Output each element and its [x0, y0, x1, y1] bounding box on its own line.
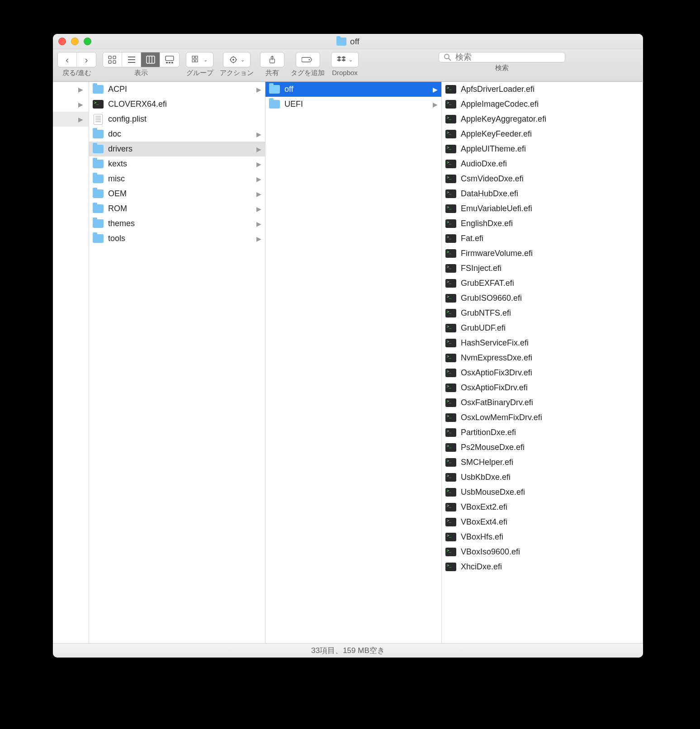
- dropbox-button[interactable]: ⌄: [331, 52, 359, 67]
- folder-icon: [269, 100, 280, 109]
- file-row[interactable]: themes▶: [89, 216, 265, 231]
- minimize-button[interactable]: [71, 38, 79, 45]
- svg-rect-10: [166, 56, 174, 61]
- parent-row[interactable]: ▶: [53, 82, 89, 97]
- file-row[interactable]: UEFI▶: [265, 97, 441, 112]
- exec-icon: [445, 264, 456, 273]
- file-row[interactable]: GrubISO9660.efi: [442, 291, 643, 306]
- file-row[interactable]: SMCHelper.efi: [442, 455, 643, 470]
- exec-icon: [445, 488, 456, 497]
- file-row[interactable]: ROM▶: [89, 201, 265, 216]
- file-row[interactable]: AppleImageCodec.efi: [442, 97, 643, 112]
- disclosure-arrow-icon: ▶: [256, 190, 261, 198]
- action-button[interactable]: ⌄: [223, 52, 251, 67]
- file-row[interactable]: NvmExpressDxe.efi: [442, 350, 643, 365]
- file-row[interactable]: GrubUDF.efi: [442, 321, 643, 336]
- search-group: 検索: [365, 52, 639, 72]
- file-row[interactable]: OsxAptioFixDrv.efi: [442, 380, 643, 395]
- file-label: AudioDxe.efi: [461, 159, 507, 169]
- file-row[interactable]: ACPI▶: [89, 82, 265, 97]
- file-row[interactable]: OsxLowMemFixDrv.efi: [442, 410, 643, 425]
- svg-rect-2: [109, 61, 111, 63]
- parent-row[interactable]: ▶: [53, 112, 89, 127]
- disclosure-arrow-icon: ▶: [256, 235, 261, 242]
- file-label: doc: [108, 129, 121, 139]
- column-1[interactable]: ACPI▶CLOVERX64.eficonfig.plistdoc▶driver…: [89, 82, 265, 643]
- exec-icon: [445, 548, 456, 556]
- file-row[interactable]: CsmVideoDxe.efi: [442, 171, 643, 186]
- file-row[interactable]: AppleUITheme.efi: [442, 142, 643, 156]
- svg-rect-14: [192, 56, 194, 58]
- file-row[interactable]: off▶: [265, 82, 441, 97]
- file-row[interactable]: UsbKbDxe.efi: [442, 470, 643, 485]
- svg-marker-30: [341, 59, 346, 62]
- view-gallery-button[interactable]: [160, 52, 179, 67]
- file-row[interactable]: GrubEXFAT.efi: [442, 276, 643, 291]
- chevron-down-icon: ⌄: [241, 57, 245, 63]
- back-button[interactable]: ‹: [58, 52, 77, 67]
- folder-icon: [93, 189, 104, 198]
- exec-icon: [445, 518, 456, 526]
- file-label: Fat.efi: [461, 234, 483, 243]
- file-row[interactable]: VBoxHfs.efi: [442, 530, 643, 544]
- view-icons-button[interactable]: [103, 52, 122, 67]
- search-input[interactable]: [455, 52, 560, 62]
- file-row[interactable]: AppleKeyFeeder.efi: [442, 127, 643, 142]
- file-row[interactable]: OsxFatBinaryDrv.efi: [442, 395, 643, 410]
- nav-group: ‹ › 戻る/進む: [57, 52, 96, 77]
- disclosure-arrow-icon: ▶: [78, 116, 83, 123]
- file-row[interactable]: ApfsDriverLoader.efi: [442, 82, 643, 97]
- file-row[interactable]: AudioDxe.efi: [442, 156, 643, 171]
- file-row[interactable]: drivers▶: [89, 142, 265, 156]
- file-row[interactable]: CLOVERX64.efi: [89, 97, 265, 112]
- view-list-button[interactable]: [122, 52, 141, 67]
- file-row[interactable]: FSInject.efi: [442, 261, 643, 276]
- file-row[interactable]: HashServiceFix.efi: [442, 336, 643, 350]
- file-row[interactable]: PartitionDxe.efi: [442, 425, 643, 440]
- file-row[interactable]: AppleKeyAggregator.efi: [442, 112, 643, 127]
- file-row[interactable]: FirmwareVolume.efi: [442, 246, 643, 261]
- file-row[interactable]: UsbMouseDxe.efi: [442, 485, 643, 500]
- file-label: OEM: [108, 189, 127, 199]
- exec-icon: [445, 309, 456, 317]
- nav-label: 戻る/進む: [62, 69, 91, 77]
- file-row[interactable]: Ps2MouseDxe.efi: [442, 440, 643, 455]
- file-row[interactable]: DataHubDxe.efi: [442, 186, 643, 201]
- file-row[interactable]: OsxAptioFix3Drv.efi: [442, 365, 643, 380]
- file-row[interactable]: EnglishDxe.efi: [442, 216, 643, 231]
- file-row[interactable]: misc▶: [89, 171, 265, 186]
- tag-button[interactable]: [296, 52, 320, 67]
- parent-row[interactable]: ▶: [53, 97, 89, 112]
- file-row[interactable]: EmuVariableUefi.efi: [442, 201, 643, 216]
- file-label: OsxLowMemFixDrv.efi: [461, 413, 542, 422]
- file-row[interactable]: XhciDxe.efi: [442, 559, 643, 574]
- file-row[interactable]: doc▶: [89, 127, 265, 142]
- column-3[interactable]: ApfsDriverLoader.efiAppleImageCodec.efiA…: [442, 82, 643, 643]
- share-button[interactable]: [260, 52, 284, 67]
- group-button[interactable]: ⌄: [186, 52, 213, 67]
- column-0[interactable]: ▶▶▶: [53, 82, 89, 643]
- search-field[interactable]: [439, 52, 565, 62]
- file-label: GrubEXFAT.efi: [461, 279, 514, 288]
- file-label: OsxAptioFix3Drv.efi: [461, 368, 532, 378]
- file-row[interactable]: config.plist: [89, 112, 265, 127]
- file-row[interactable]: VBoxExt4.efi: [442, 515, 643, 530]
- forward-button[interactable]: ›: [77, 52, 96, 67]
- exec-icon: [445, 503, 456, 511]
- file-row[interactable]: OEM▶: [89, 186, 265, 201]
- file-row[interactable]: tools▶: [89, 231, 265, 246]
- file-row[interactable]: GrubNTFS.efi: [442, 306, 643, 321]
- file-label: VBoxExt2.efi: [461, 502, 507, 512]
- view-columns-button[interactable]: [141, 52, 160, 67]
- file-row[interactable]: Fat.efi: [442, 231, 643, 246]
- column-2[interactable]: off▶UEFI▶: [265, 82, 442, 643]
- file-row[interactable]: VBoxIso9600.efi: [442, 544, 643, 559]
- file-label: UsbKbDxe.efi: [461, 473, 511, 482]
- search-icon: [444, 53, 452, 62]
- file-row[interactable]: VBoxExt2.efi: [442, 500, 643, 515]
- file-label: CsmVideoDxe.efi: [461, 174, 524, 184]
- file-row[interactable]: kexts▶: [89, 156, 265, 171]
- file-label: PartitionDxe.efi: [461, 428, 516, 437]
- maximize-button[interactable]: [84, 38, 91, 45]
- close-button[interactable]: [58, 38, 66, 45]
